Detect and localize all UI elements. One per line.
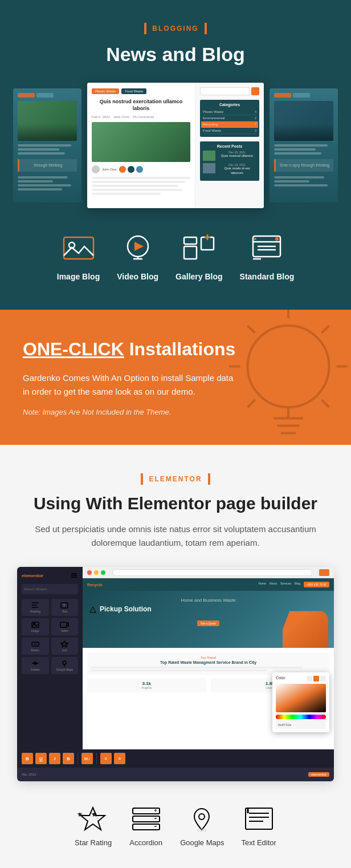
color-picker-gradient[interactable] bbox=[276, 684, 326, 712]
widget-icon[interactable]: Icon bbox=[51, 638, 79, 655]
categories-title: Categories bbox=[203, 103, 256, 107]
image-blog-icon bbox=[59, 231, 99, 265]
standard-blog-label: Standard Blog bbox=[240, 272, 295, 281]
elementor-search[interactable]: Search Widget... bbox=[22, 584, 78, 594]
search-btn-mock bbox=[251, 87, 259, 95]
elementor-bar-left bbox=[141, 473, 143, 485]
blog-section-title: News and Blog bbox=[11, 43, 340, 66]
svg-point-59 bbox=[199, 814, 205, 820]
widget-maps-label: Google Maps bbox=[56, 668, 73, 671]
hero-truck bbox=[283, 611, 328, 648]
color-picker-hex-input[interactable]: #e8732a bbox=[276, 721, 326, 729]
text-line-1 bbox=[18, 144, 71, 147]
widget-accordion[interactable]: Accordion bbox=[129, 804, 163, 847]
color-picker-ctrl-1[interactable] bbox=[307, 676, 312, 682]
blog-section-tag: BLOGGING bbox=[152, 25, 198, 33]
widget-video-label: Video bbox=[61, 629, 68, 632]
widget-features-row: Star Rating Accordion bbox=[17, 798, 334, 847]
elementor-widgets-grid: Heading T Text bbox=[22, 599, 78, 674]
bulb-icon bbox=[214, 310, 351, 445]
toolbar-sep-1 bbox=[77, 753, 78, 764]
widget-google-maps[interactable]: Google Maps bbox=[51, 657, 79, 674]
side-mock-image bbox=[18, 101, 77, 141]
elementor-mock-container: elementor Search Widget... bbox=[17, 567, 334, 749]
widget-text[interactable]: T Text bbox=[51, 599, 79, 616]
widget-image-label: Image bbox=[31, 629, 39, 632]
toolbar-heading[interactable]: H↓ bbox=[81, 753, 93, 764]
widget-video[interactable]: Video bbox=[51, 618, 79, 635]
post-text-lines bbox=[92, 177, 190, 195]
widget-button[interactable]: Button bbox=[22, 638, 49, 655]
elementor-status-text: Abc 2022 bbox=[22, 773, 36, 776]
category-3: Recycling 7 bbox=[201, 121, 258, 128]
toolbar-align-center[interactable]: ≡ bbox=[114, 753, 125, 764]
side-mock-right: Sme rı spry through thinking bbox=[270, 88, 338, 202]
widget-heading[interactable]: Heading bbox=[22, 599, 49, 616]
tag-food: Food Waste bbox=[121, 88, 146, 94]
toolbar-underline[interactable]: U bbox=[35, 753, 47, 764]
card-tag: Top Rated bbox=[91, 656, 326, 659]
recent-post-2: Dec 18, 2021 Quis modo id est laborum bbox=[203, 163, 256, 176]
widget-text-label: Text bbox=[62, 610, 67, 613]
elementor-screenshot: elementor Search Widget... bbox=[17, 567, 334, 781]
search-input-mock bbox=[200, 87, 250, 95]
button-widget-icon bbox=[31, 640, 40, 647]
elementor-description: Sed ut perspiciatis unde omnis iste natu… bbox=[33, 522, 318, 550]
widget-divider[interactable]: Divider bbox=[22, 657, 49, 674]
widget-text-editor[interactable]: Text Editor bbox=[241, 804, 276, 847]
blog-types-row: Image Blog Video Blog bbox=[11, 231, 340, 281]
stat-label-1: Projects bbox=[90, 686, 203, 689]
svg-rect-7 bbox=[184, 237, 197, 244]
cat-label-4: Food Waste bbox=[203, 129, 221, 132]
color-picker-hue-slider[interactable] bbox=[276, 715, 326, 719]
blog-type-standard[interactable]: Standard Blog bbox=[240, 231, 295, 281]
blog-type-gallery[interactable]: Gallery Blog bbox=[176, 231, 222, 281]
toolbar-strikethrough[interactable]: S bbox=[63, 753, 74, 764]
text-line-7 bbox=[18, 188, 62, 190]
cat-label-1: Plastic Waste bbox=[203, 110, 223, 113]
post-tags: Plastic Waste Food Waste bbox=[92, 88, 190, 94]
elementor-section-label: ELEMENTOR bbox=[17, 473, 334, 485]
hero-label: Home and Business Waste bbox=[89, 598, 327, 603]
c-line-1 bbox=[91, 667, 303, 668]
widget-google-maps[interactable]: Google Maps bbox=[180, 804, 224, 847]
svg-text:T: T bbox=[63, 603, 66, 608]
post-meta: Feb 6, 2022 Jack Chris 55 Comments bbox=[92, 115, 190, 119]
oneclick-description: Gardenko Comes With An Option to install… bbox=[23, 371, 239, 399]
preview-hero: Home and Business Waste Pickup Solution … bbox=[83, 591, 334, 648]
side-mock-header bbox=[18, 93, 77, 98]
category-2: Environmental 2 bbox=[203, 115, 256, 121]
video-blog-label: Video Blog bbox=[117, 272, 158, 281]
toolbar-sep-2 bbox=[96, 753, 97, 764]
social-share bbox=[119, 166, 143, 173]
toolbar-italic[interactable]: I bbox=[49, 753, 60, 764]
widget-star-rating[interactable]: Star Rating bbox=[75, 804, 112, 847]
quote-text: through thinking bbox=[23, 163, 74, 168]
categories-box: Categories Plastic Waste 4 Environmental… bbox=[200, 100, 259, 137]
browser-minimize bbox=[94, 570, 99, 575]
browser-close bbox=[87, 570, 92, 575]
line-2 bbox=[92, 181, 185, 183]
elementor-bottom-bar: Abc 2022 elementor bbox=[17, 768, 334, 781]
blog-search bbox=[200, 87, 259, 95]
post-featured-image bbox=[92, 122, 190, 162]
r-line-3 bbox=[274, 152, 321, 155]
side-mock-bottom-lines bbox=[18, 176, 77, 190]
recent-text-2: Quis modo id est laborum bbox=[218, 167, 256, 176]
blog-type-video[interactable]: Video Blog bbox=[117, 231, 158, 281]
color-picker-ctrl-2[interactable] bbox=[313, 676, 319, 682]
toolbar-align-left[interactable]: ≡ bbox=[100, 753, 112, 764]
svg-point-18 bbox=[248, 326, 329, 407]
content-title: Top Rated Waste Managment Service Brand … bbox=[91, 660, 326, 664]
color-picker-ctrl-3[interactable] bbox=[320, 676, 326, 682]
widget-image[interactable]: Image bbox=[22, 618, 49, 635]
cat-count-3: 7 bbox=[255, 123, 256, 126]
toolbar-bold[interactable]: B bbox=[22, 753, 33, 764]
color-picker-panel: Color #e8732a bbox=[272, 672, 329, 732]
nav-contact-btn: +800 436 78 90 bbox=[304, 582, 329, 587]
blog-type-image[interactable]: Image Blog bbox=[57, 231, 100, 281]
r-line-4 bbox=[274, 176, 324, 179]
elementor-section: ELEMENTOR Using With Elementor page buil… bbox=[0, 445, 351, 868]
recycle-icon bbox=[89, 606, 96, 613]
elementor-panel-header: elementor bbox=[22, 571, 78, 579]
